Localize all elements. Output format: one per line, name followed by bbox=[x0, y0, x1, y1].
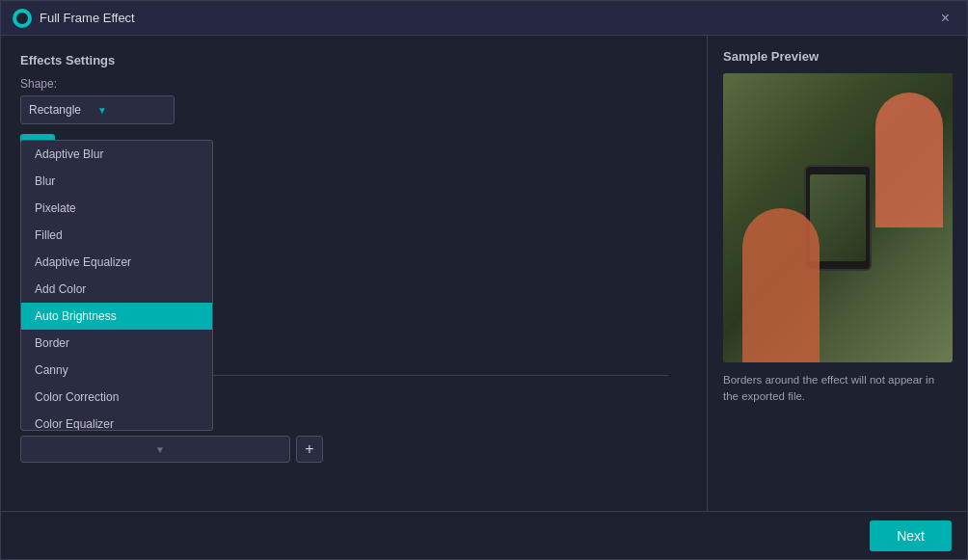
app-logo bbox=[13, 9, 32, 28]
preview-title: Sample Preview bbox=[723, 49, 952, 64]
dialog-footer: Next bbox=[1, 511, 967, 559]
logo-inner bbox=[16, 13, 28, 24]
title-bar: Full Frame Effect × bbox=[1, 1, 967, 36]
next-button[interactable]: Next bbox=[870, 520, 952, 551]
preview-note: Borders around the effect will not appea… bbox=[723, 372, 952, 406]
close-button[interactable]: × bbox=[935, 9, 955, 28]
redaction-dropdown-arrow: ▼ bbox=[155, 444, 282, 455]
dropdown-item-pixelate[interactable]: Pixelate bbox=[21, 195, 212, 222]
shape-dropdown[interactable]: Rectangle ▼ bbox=[20, 95, 175, 124]
hand-left bbox=[742, 208, 820, 362]
dropdown-item-adaptive-blur[interactable]: Adaptive Blur bbox=[21, 141, 212, 168]
dropdown-menu-list: Adaptive Blur Blur Pixelate Filled Adapt… bbox=[21, 141, 212, 430]
preview-background bbox=[723, 73, 953, 362]
dropdown-item-auto-brightness[interactable]: Auto Brightness bbox=[21, 303, 212, 330]
redaction-dropdown[interactable]: ▼ bbox=[20, 436, 290, 463]
preview-image bbox=[723, 73, 953, 362]
dropdown-item-blur[interactable]: Blur bbox=[21, 168, 212, 195]
redaction-row: ▼ + bbox=[20, 436, 687, 463]
window-title: Full Frame Effect bbox=[40, 11, 935, 25]
dialog-window: Full Frame Effect × Effects Settings Sha… bbox=[0, 0, 968, 560]
effects-dropdown-menu: Adaptive Blur Blur Pixelate Filled Adapt… bbox=[20, 140, 213, 431]
dropdown-item-canny[interactable]: Canny bbox=[21, 357, 212, 384]
dropdown-item-adaptive-equalizer[interactable]: Adaptive Equalizer bbox=[21, 249, 212, 276]
hand-right bbox=[875, 93, 943, 227]
dropdown-item-add-color[interactable]: Add Color bbox=[21, 276, 212, 303]
shape-value: Rectangle bbox=[29, 103, 97, 117]
shape-label: Shape: bbox=[20, 77, 687, 91]
right-panel: Sample Preview Borders around the effect… bbox=[707, 36, 967, 511]
dropdown-item-filled[interactable]: Filled bbox=[21, 222, 212, 249]
dropdown-item-color-equalizer[interactable]: Color Equalizer bbox=[21, 411, 212, 430]
effects-settings-title: Effects Settings bbox=[20, 53, 687, 67]
redaction-add-button[interactable]: + bbox=[296, 436, 323, 463]
shape-dropdown-arrow: ▼ bbox=[97, 105, 166, 116]
dialog-body: Effects Settings Shape: Rectangle ▼ + Ad… bbox=[1, 36, 967, 511]
dropdown-item-border[interactable]: Border bbox=[21, 330, 212, 357]
left-panel: Effects Settings Shape: Rectangle ▼ + Ad… bbox=[1, 36, 707, 511]
dropdown-item-color-correction[interactable]: Color Correction bbox=[21, 384, 212, 411]
